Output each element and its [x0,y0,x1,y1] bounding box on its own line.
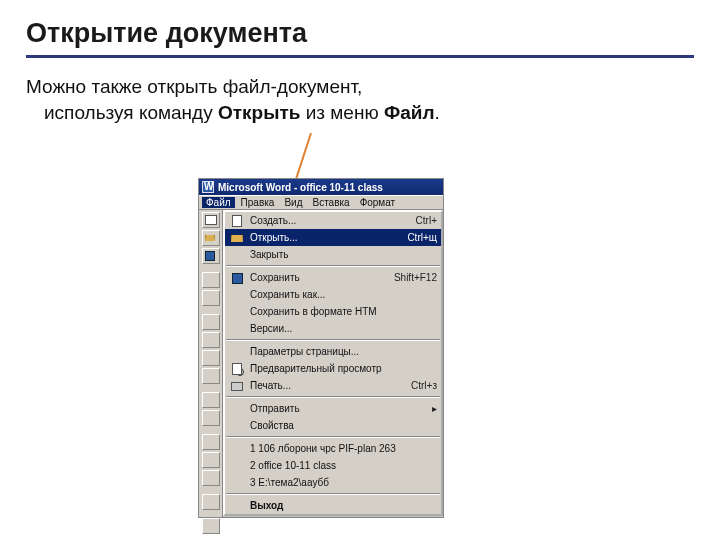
body-line-2-end: . [434,102,439,123]
mi-new-short: Ctrl+ [416,215,437,226]
word-app-icon [202,181,214,193]
tb-unknown-4[interactable] [202,332,220,348]
mi-close-label: Закрыть [250,249,432,260]
mi-save-short: Shift+F12 [394,272,437,283]
body-line-2-bold2: Файл [384,102,435,123]
mi-saveas[interactable]: Сохранить как... [225,286,441,303]
mi-pagesetup[interactable]: Параметры страницы... [225,343,441,360]
word-body: Создать... Ctrl+ Открыть... Ctrl+щ Закры… [199,210,443,517]
tb-unknown-2[interactable] [202,290,220,306]
menu-view[interactable]: Вид [280,197,306,208]
mi-exit[interactable]: Выход [225,497,441,514]
mi-saveas-label: Сохранить как... [250,289,432,300]
menu-sep [226,265,440,267]
save-icon [229,271,245,285]
tb-save[interactable] [202,248,220,264]
menu-sep [226,396,440,398]
mi-send-short: ▸ [432,403,437,414]
body-line-2-bold1: Открыть [218,102,300,123]
menubar: Файл Правка Вид Вставка Формат [199,195,443,210]
mi-recent-3[interactable]: 3 E:\тема2\ааубб [225,474,441,491]
blank-icon [229,442,245,456]
body-line-2: используя команду Открыть из меню Файл. [44,100,694,126]
body-line-2-mid: из меню [300,102,384,123]
mi-close[interactable]: Закрыть [225,246,441,263]
blank-icon [229,305,245,319]
menu-file[interactable]: Файл [202,197,235,208]
file-menu-dropdown: Создать... Ctrl+ Открыть... Ctrl+щ Закры… [223,210,443,516]
print-icon [229,379,245,393]
slide-body: Можно также открыть файл-документ, испол… [26,74,694,125]
tb-open[interactable] [202,230,220,246]
mi-recent-1[interactable]: 1 106 лборони чрс PIF-plan 263 [225,440,441,457]
body-line-1: Можно также открыть файл-документ, [26,74,694,100]
menu-edit[interactable]: Правка [237,197,279,208]
mi-savehtm[interactable]: Сохранить в формате HTM [225,303,441,320]
menu-sep [226,339,440,341]
titlebar: Microsoft Word - office 10-11 class [199,179,443,195]
mi-exit-label: Выход [250,500,437,511]
tb-unknown-12[interactable] [202,494,220,510]
mi-open-short: Ctrl+щ [407,232,437,243]
mi-preview-label: Предварительный просмотр [250,363,432,374]
mi-print-label: Печать... [250,380,406,391]
mi-new-label: Создать... [250,215,411,226]
word-window: Microsoft Word - office 10-11 class Файл… [198,178,444,518]
new-icon [229,214,245,228]
mi-versions[interactable]: Версии... [225,320,441,337]
toolbar-left [199,210,223,517]
mi-save-label: Сохранить [250,272,389,283]
mi-properties[interactable]: Свойства [225,417,441,434]
tb-unknown-13[interactable] [202,518,220,534]
mi-open[interactable]: Открыть... Ctrl+щ [225,229,441,246]
blank-icon [229,248,245,262]
blank-icon [229,402,245,416]
mi-new[interactable]: Создать... Ctrl+ [225,212,441,229]
tb-unknown-6[interactable] [202,368,220,384]
body-line-2-pre: используя команду [44,102,218,123]
menu-insert[interactable]: Вставка [308,197,353,208]
mi-versions-label: Версии... [250,323,432,334]
tb-unknown-7[interactable] [202,392,220,408]
mi-recent-3-label: 3 E:\тема2\ааубб [250,477,437,488]
blank-icon [229,476,245,490]
mi-savehtm-label: Сохранить в формате HTM [250,306,432,317]
open-icon [229,231,245,245]
blank-icon [229,499,245,513]
tb-unknown-8[interactable] [202,410,220,426]
mi-print[interactable]: Печать... Ctrl+з [225,377,441,394]
titlebar-text: Microsoft Word - office 10-11 class [218,182,383,193]
menu-sep [226,436,440,438]
mi-pagesetup-label: Параметры страницы... [250,346,432,357]
blank-icon [229,322,245,336]
mi-recent-2-label: 2 office 10-11 class [250,460,437,471]
mi-recent-2[interactable]: 2 office 10-11 class [225,457,441,474]
mi-preview[interactable]: Предварительный просмотр [225,360,441,377]
mi-save[interactable]: Сохранить Shift+F12 [225,269,441,286]
tb-unknown-9[interactable] [202,434,220,450]
mi-send[interactable]: Отправить ▸ [225,400,441,417]
blank-icon [229,459,245,473]
mi-send-label: Отправить [250,403,427,414]
blank-icon [229,345,245,359]
mi-properties-label: Свойства [250,420,432,431]
mi-recent-1-label: 1 106 лборони чрс PIF-plan 263 [250,443,437,454]
blank-icon [229,419,245,433]
mi-open-label: Открыть... [250,232,402,243]
tb-new[interactable] [202,212,220,228]
slide-title: Открытие документа [26,12,694,58]
menu-sep [226,493,440,495]
blank-icon [229,288,245,302]
menu-format[interactable]: Формат [356,197,400,208]
tb-unknown-3[interactable] [202,314,220,330]
mi-print-short: Ctrl+з [411,380,437,391]
tb-unknown-1[interactable] [202,272,220,288]
tb-unknown-11[interactable] [202,470,220,486]
tb-unknown-5[interactable] [202,350,220,366]
preview-icon [229,362,245,376]
tb-unknown-10[interactable] [202,452,220,468]
